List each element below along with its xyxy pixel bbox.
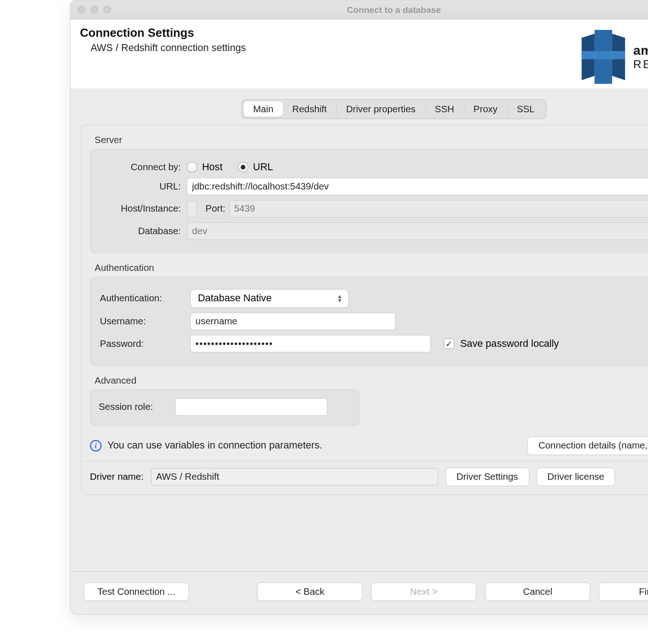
tab-proxy[interactable]: Proxy bbox=[463, 102, 507, 117]
driver-settings-button[interactable]: Driver Settings bbox=[445, 467, 529, 486]
main-panel: Server Connect by: Host URL bbox=[81, 125, 648, 495]
username-input[interactable] bbox=[190, 313, 395, 330]
host-input[interactable] bbox=[187, 200, 197, 218]
header: Connection Settings AWS / Redshift conne… bbox=[70, 19, 648, 88]
wizard-footer: Test Connection ... < Back Next > Cancel… bbox=[70, 571, 648, 614]
next-button: Next > bbox=[371, 582, 476, 601]
database-input[interactable] bbox=[187, 222, 648, 240]
group-title-advanced: Advanced bbox=[95, 375, 648, 386]
amazon-redshift-icon bbox=[582, 29, 625, 85]
finish-button[interactable]: Finish bbox=[599, 582, 648, 601]
page-heading: Connection Settings bbox=[80, 26, 246, 40]
radio-icon bbox=[187, 162, 197, 172]
password-input[interactable] bbox=[190, 335, 431, 352]
tab-redshift[interactable]: Redshift bbox=[283, 102, 336, 117]
auth-group: Authentication: Database Native ▲▼ Usern… bbox=[90, 277, 648, 366]
driver-license-button[interactable]: Driver license bbox=[536, 467, 615, 486]
test-connection-button[interactable]: Test Connection ... bbox=[83, 582, 189, 601]
radio-icon bbox=[238, 162, 249, 172]
tab-driver-properties[interactable]: Driver properties bbox=[336, 102, 425, 117]
server-group: Connect by: Host URL URL: bbox=[90, 149, 648, 253]
driver-name-label: Driver name: bbox=[90, 472, 144, 482]
tab-ssl[interactable]: SSL bbox=[507, 102, 544, 117]
session-role-label: Session role: bbox=[98, 402, 169, 412]
password-label: Password: bbox=[98, 339, 184, 349]
database-label: Database: bbox=[98, 226, 180, 236]
save-password-label: Save password locally bbox=[460, 338, 559, 350]
connect-by-label: Connect by: bbox=[98, 162, 180, 172]
group-title-server: Server bbox=[95, 135, 648, 145]
port-label: Port: bbox=[197, 203, 229, 214]
port-input[interactable] bbox=[229, 200, 648, 218]
radio-label-host: Host bbox=[202, 161, 223, 173]
checkmark-icon: ✓ bbox=[444, 339, 454, 349]
authentication-select[interactable]: Database Native ▲▼ bbox=[190, 289, 348, 308]
advanced-group: Session role: bbox=[90, 390, 360, 426]
cancel-button[interactable]: Cancel bbox=[485, 582, 590, 601]
tab-main[interactable]: Main bbox=[244, 102, 283, 117]
url-label: URL: bbox=[98, 181, 180, 192]
dialog-window: Connect to a database Connection Setting… bbox=[70, 0, 648, 615]
page-subheading: AWS / Redshift connection settings bbox=[91, 42, 246, 54]
group-title-auth: Authentication bbox=[95, 263, 648, 273]
url-input[interactable] bbox=[187, 178, 648, 195]
tab-bar: Main Redshift Driver properties SSH Prox… bbox=[81, 99, 648, 119]
connect-by-host-radio[interactable]: Host bbox=[187, 161, 223, 173]
username-label: Username: bbox=[98, 316, 184, 327]
logo-text-1: amazon bbox=[633, 43, 648, 58]
save-password-checkbox[interactable]: ✓ Save password locally bbox=[444, 338, 559, 350]
driver-name-input[interactable] bbox=[150, 468, 438, 485]
session-role-input[interactable] bbox=[175, 398, 328, 416]
back-button[interactable]: < Back bbox=[257, 582, 363, 601]
connect-by-url-radio[interactable]: URL bbox=[238, 161, 273, 173]
connection-details-button[interactable]: Connection details (name, type, ... ) bbox=[527, 437, 648, 455]
host-label: Host/Instance: bbox=[98, 203, 180, 214]
window-title: Connect to a database bbox=[70, 5, 648, 15]
separator bbox=[82, 461, 648, 461]
info-icon: i bbox=[90, 440, 102, 452]
authentication-value: Database Native bbox=[198, 293, 272, 305]
variables-hint: You can use variables in connection para… bbox=[108, 440, 323, 452]
radio-label-url: URL bbox=[253, 161, 273, 173]
tab-ssh[interactable]: SSH bbox=[425, 102, 463, 117]
authentication-label: Authentication: bbox=[98, 293, 184, 304]
logo-text-2: REDSHIFT bbox=[633, 58, 648, 71]
chevron-up-down-icon: ▲▼ bbox=[337, 294, 342, 303]
titlebar: Connect to a database bbox=[70, 0, 648, 19]
body: Main Redshift Driver properties SSH Prox… bbox=[70, 89, 648, 571]
driver-logo: amazon REDSHIFT bbox=[582, 26, 648, 85]
